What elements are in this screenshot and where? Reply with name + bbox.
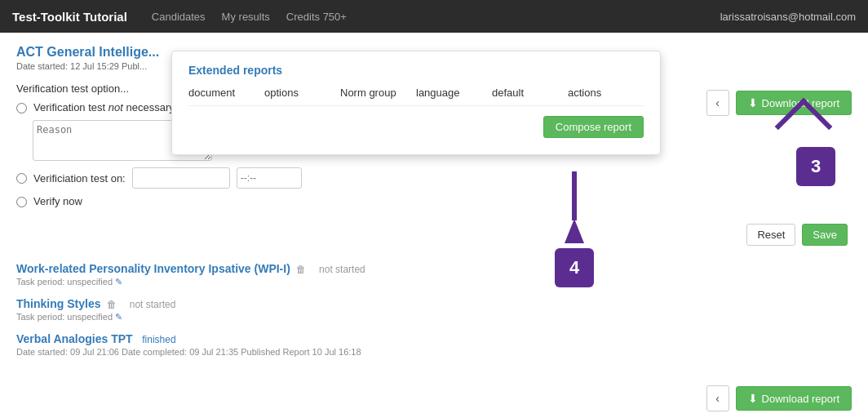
- trash-icon-thinking[interactable]: 🗑: [107, 299, 117, 310]
- popup-col-language: language: [416, 87, 492, 99]
- radio-verify-now-input[interactable]: [16, 197, 27, 207]
- task-item-wpi: Work-related Personality Inventory Ipsat…: [16, 262, 852, 287]
- task-title-thinking: Thinking Styles: [16, 297, 100, 310]
- annotation-4: 4: [555, 171, 594, 287]
- task-meta-wpi: Task period: unspecified ✎: [16, 277, 852, 287]
- popup-col-actions: actions: [568, 87, 644, 99]
- popup-title: Extended reports: [188, 64, 644, 77]
- task-status-wpi: not started: [319, 264, 365, 275]
- popup-table-header: document options Norm group language def…: [188, 87, 644, 106]
- task-item-verbal: Verbal Analogies TPT finished Date start…: [16, 332, 852, 357]
- bottom-download-area: ‹ ⬇ Download report: [706, 385, 852, 418]
- download-icon-bottom: ⬇: [748, 392, 758, 405]
- back-button-top[interactable]: ‹: [706, 90, 729, 116]
- radio-verification-on-input[interactable]: [16, 173, 27, 184]
- verification-time-input[interactable]: [237, 167, 302, 189]
- verification-date-input[interactable]: [132, 167, 230, 189]
- main-content: ACT General Intellige... Date started: 1…: [0, 33, 868, 418]
- action-row: Reset Save: [16, 224, 852, 246]
- nav-links: Candidates My results Credits 750+: [152, 11, 720, 23]
- popup-compose-row: Compose report: [188, 116, 644, 138]
- compose-report-button[interactable]: Compose report: [543, 116, 644, 138]
- edit-icon-thinking[interactable]: ✎: [115, 312, 122, 322]
- task-status-verbal: finished: [142, 334, 175, 345]
- annotation-4-arrowhead: [565, 219, 584, 243]
- download-report-label-bottom: Download report: [762, 393, 839, 405]
- annotation-4-box: 4: [555, 248, 594, 287]
- radio-not-necessary-label: Verification test not necessary: [33, 101, 175, 113]
- user-menu[interactable]: larissatroisans@hotmail.com: [720, 11, 856, 23]
- back-button-bottom[interactable]: ‹: [706, 385, 729, 411]
- radio-verify-now: Verify now: [16, 195, 852, 207]
- popup-col-norm-group: Norm group: [340, 87, 416, 99]
- verification-on-label: Verificiation test on:: [33, 172, 126, 185]
- reset-button[interactable]: Reset: [746, 224, 795, 246]
- top-nav: Test-Toolkit Tutorial Candidates My resu…: [0, 0, 868, 33]
- popup-col-document: document: [188, 87, 264, 99]
- radio-verification-on-row: Verificiation test on:: [16, 167, 852, 189]
- edit-icon-wpi[interactable]: ✎: [115, 277, 122, 287]
- popup-col-default: default: [492, 87, 568, 99]
- task-meta-thinking: Task period: unspecified ✎: [16, 312, 852, 322]
- radio-verify-now-label: Verify now: [33, 195, 82, 207]
- popup-col-options: options: [264, 87, 340, 99]
- task-item-thinking: Thinking Styles 🗑 not started Task perio…: [16, 297, 852, 322]
- task-title-verbal: Verbal Analogies TPT: [16, 332, 133, 345]
- nav-credits[interactable]: Credits 750+: [286, 11, 347, 23]
- popup-overlay: Extended reports document options Norm g…: [171, 51, 661, 155]
- annotation-3: 3: [796, 106, 835, 186]
- task-meta-verbal: Date started: 09 Jul 21:06 Date complete…: [16, 347, 852, 357]
- download-icon-top: ⬇: [748, 96, 758, 109]
- nav-my-results[interactable]: My results: [222, 11, 270, 23]
- task-title-wpi: Work-related Personality Inventory Ipsat…: [16, 262, 290, 275]
- app-title: Test-Toolkit Tutorial: [12, 10, 127, 24]
- annotation-4-line: [572, 171, 577, 220]
- task-status-thinking: not started: [130, 299, 176, 310]
- save-button[interactable]: Save: [802, 224, 848, 246]
- nav-candidates[interactable]: Candidates: [152, 11, 206, 23]
- trash-icon-wpi[interactable]: 🗑: [296, 264, 306, 275]
- radio-not-necessary-input[interactable]: [16, 103, 27, 113]
- download-report-button-bottom[interactable]: ⬇ Download report: [736, 386, 852, 411]
